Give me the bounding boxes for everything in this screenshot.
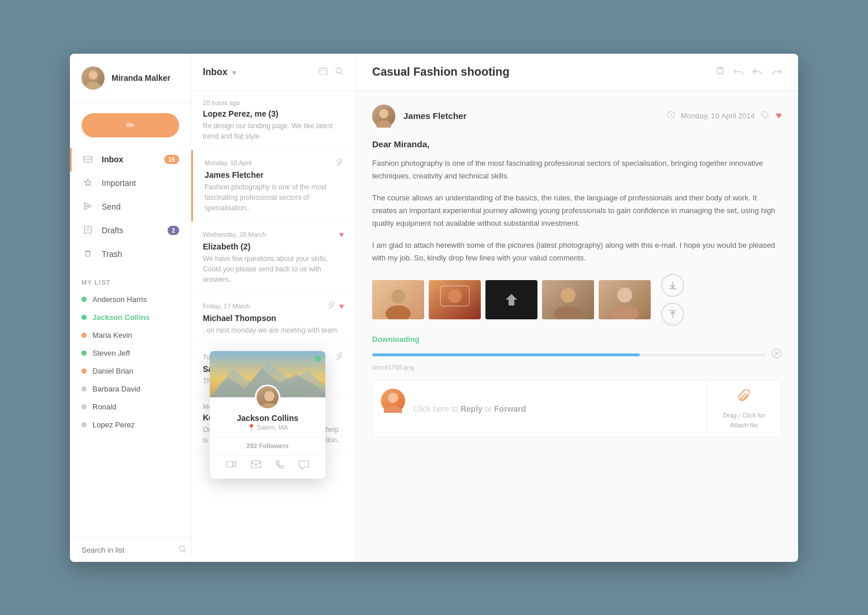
sidebar-item-inbox[interactable]: Inbox 15 [70, 148, 191, 172]
svg-line-6 [184, 550, 187, 553]
reply-attach-area[interactable]: Drag / Click forAttach file [706, 381, 781, 437]
sidebar-item-trash[interactable]: Trash [70, 243, 191, 266]
email-item-1[interactable]: Monday, 10 April James Fletcher Fashion … [191, 150, 355, 222]
search-input[interactable] [81, 546, 179, 554]
calendar-icon[interactable] [318, 66, 328, 78]
email-item-5[interactable]: Monday, 6 March Kevin Roberts One of the… [191, 395, 355, 454]
svg-point-22 [561, 288, 576, 303]
sidebar-item-send[interactable]: Send [70, 195, 191, 219]
mail-body: James Fletcher Monday, 10 April 2014 ♥ D… [356, 91, 798, 562]
dropdown-arrow-icon[interactable]: ▾ [232, 69, 236, 77]
download-all-button[interactable] [661, 274, 684, 297]
sidebar-item-drafts[interactable]: Drafts 2 [70, 219, 191, 243]
attach-icon [336, 352, 344, 361]
download-progress-fill [372, 353, 640, 356]
list-item-steven[interactable]: Steven Jeff [70, 344, 191, 362]
status-dot [81, 422, 87, 427]
sidebar-item-important[interactable]: Important [70, 172, 191, 195]
reply-icon[interactable] [733, 65, 744, 78]
photo-thumb-3[interactable] [485, 280, 537, 319]
heart-icon: ♥ [339, 301, 344, 311]
mail-paragraph-3: I am glad to attach herewith some of the… [372, 239, 782, 264]
list-item-barbara[interactable]: Barbara David [70, 380, 191, 398]
compose-button[interactable]: ✏ [81, 113, 179, 137]
email-preview: Fashion photography is one of the most f… [205, 182, 344, 213]
email-sender: Michael Thompson [203, 314, 344, 323]
attach-label: Drag / Click forAttach file [723, 411, 765, 430]
status-dot [81, 333, 87, 338]
photo-thumb-5[interactable] [599, 280, 651, 319]
svg-point-30 [388, 393, 398, 403]
inbox-title: Inbox ▾ [203, 67, 318, 77]
header-icons [318, 66, 344, 78]
email-preview: The contents are confidential [203, 376, 344, 386]
forward-icon[interactable] [771, 65, 782, 78]
email-date: Tuesday, 14 March [203, 352, 344, 361]
tag-icon[interactable] [761, 110, 770, 122]
send-icon [83, 202, 95, 213]
sidebar-username: Miranda Malker [112, 73, 170, 83]
svg-point-25 [617, 288, 632, 303]
search-bar [70, 538, 191, 562]
email-preview: Re design our landing page. We like late… [203, 121, 344, 141]
search-icon [179, 545, 187, 555]
mail-greeting: Dear Miranda, [372, 139, 782, 149]
list-item-anderson[interactable]: Anderson Harris [70, 290, 191, 308]
email-item-3[interactable]: Friday, 17 March ♥ Michael Thompson ..on… [191, 293, 355, 344]
email-item-2[interactable]: Wednesday, 28 March ♥ Elizabeth (2) We h… [191, 222, 355, 293]
svg-point-18 [448, 289, 462, 303]
drafts-badge: 2 [168, 226, 179, 235]
list-item-ronald[interactable]: Ronald [70, 398, 191, 416]
paperclip-icon [738, 387, 751, 407]
upload-button[interactable] [661, 303, 684, 326]
photo-thumb-4[interactable] [542, 280, 594, 319]
delete-icon[interactable] [715, 65, 725, 78]
list-item-jackson[interactable]: Jackson Collins [70, 308, 191, 326]
trash-icon [83, 249, 95, 260]
list-item-maria[interactable]: Maria Kevin [70, 326, 191, 344]
photo-thumb-1[interactable] [372, 280, 424, 319]
contact-name: Lopez Perez [92, 420, 135, 429]
reply-placeholder-text: Click here to Reply or Forward [413, 404, 526, 413]
nav-menu: Inbox 15 Important Send Drafts [70, 148, 191, 272]
list-item-lopez[interactable]: Lopez Perez [70, 416, 191, 434]
photo-thumb-2[interactable] [429, 280, 481, 319]
mail-from-row: James Fletcher Monday, 10 April 2014 ♥ [372, 105, 782, 128]
search-icon[interactable] [335, 66, 344, 78]
email-item-4[interactable]: Tuesday, 14 March Sandra Lee The content… [191, 344, 355, 395]
inbox-label: Inbox [102, 155, 164, 164]
favorite-icon[interactable]: ♥ [776, 110, 782, 122]
contact-name: Ronald [92, 402, 116, 411]
mail-subject: Casual Fashion shooting [372, 65, 715, 79]
svg-point-8 [336, 68, 342, 73]
mylist-section-title: MY LIST [70, 272, 191, 290]
cancel-download-button[interactable] [771, 348, 782, 361]
contact-name: Maria Kevin [92, 331, 132, 340]
contact-name: Barbara David [92, 385, 140, 393]
email-items: 10 hours ago Lopez Perez, me (3) Re desi… [191, 91, 355, 562]
status-dot [81, 386, 87, 392]
email-icons: ♥ [328, 301, 344, 311]
clock-icon [667, 111, 675, 121]
email-sender: Elizabeth (2) [203, 242, 344, 251]
inbox-badge: 15 [164, 155, 179, 164]
send-label: Send [102, 202, 179, 211]
email-icons [336, 158, 344, 167]
email-date: Wednesday, 28 March ♥ [203, 230, 344, 239]
list-item-daniel[interactable]: Daniel Brian [70, 362, 191, 380]
download-bar-container: Downloading shoot1768.png [372, 335, 782, 371]
svg-line-9 [341, 72, 343, 74]
reply-avatar [381, 389, 405, 413]
status-dot [81, 351, 87, 356]
contact-name: Anderson Harris [92, 295, 147, 304]
avatar [81, 66, 105, 90]
svg-point-13 [763, 113, 764, 114]
status-dot [81, 404, 87, 409]
email-date: 10 hours ago [203, 99, 344, 106]
download-label: Downloading [372, 335, 782, 344]
svg-point-1 [86, 81, 101, 90]
reply-all-icon[interactable] [752, 65, 763, 78]
reply-placeholder[interactable]: Click here to Reply or Forward [413, 381, 706, 437]
email-item-0[interactable]: 10 hours ago Lopez Perez, me (3) Re desi… [191, 91, 355, 150]
email-date: Monday, 10 April [205, 158, 344, 167]
